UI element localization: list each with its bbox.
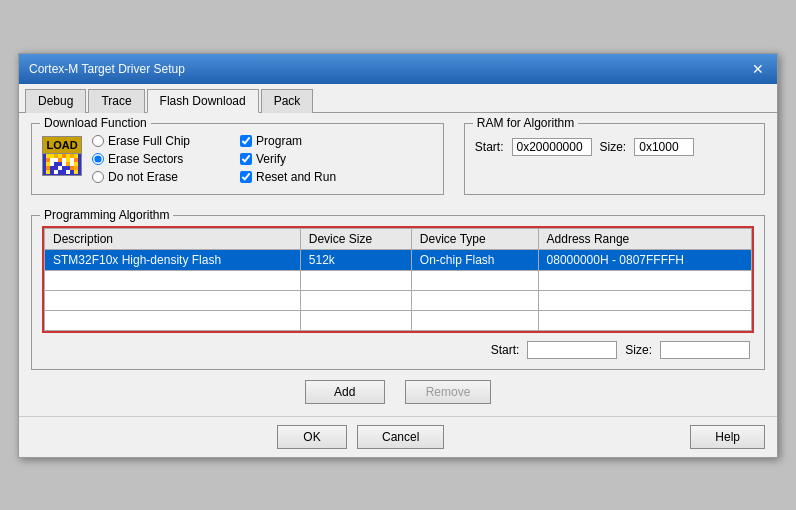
svg-rect-34 xyxy=(54,170,58,174)
ram-algorithm-title: RAM for Algorithm xyxy=(473,116,578,130)
radio-erase-full-chip-label: Erase Full Chip xyxy=(108,134,190,148)
checkbox-verify-label: Verify xyxy=(256,152,286,166)
ram-size-label: Size: xyxy=(600,140,627,154)
svg-rect-28 xyxy=(62,166,66,170)
checkbox-program[interactable]: Program xyxy=(240,134,336,148)
radio-erase-full-chip-input[interactable] xyxy=(92,135,104,147)
table-row[interactable]: STM32F10x High-density Flash 512k On-chi… xyxy=(45,249,752,270)
checkbox-verify-input[interactable] xyxy=(240,153,252,165)
radio-erase-full-chip[interactable]: Erase Full Chip xyxy=(92,134,190,148)
svg-rect-15 xyxy=(74,158,78,162)
svg-rect-29 xyxy=(66,166,70,170)
size-input[interactable] xyxy=(660,341,750,359)
cell-description: STM32F10x High-density Flash xyxy=(45,249,301,270)
dialog-title: Cortex-M Target Driver Setup xyxy=(29,62,185,76)
svg-rect-17 xyxy=(50,162,54,166)
ram-start-input[interactable] xyxy=(512,138,592,156)
checkbox-program-input[interactable] xyxy=(240,135,252,147)
table-row-empty-3 xyxy=(45,310,752,330)
cell-device-type: On-chip Flash xyxy=(411,249,538,270)
svg-rect-19 xyxy=(58,162,62,166)
svg-rect-24 xyxy=(46,166,50,170)
svg-rect-30 xyxy=(70,166,74,170)
svg-rect-10 xyxy=(54,158,58,162)
svg-rect-11 xyxy=(58,158,62,162)
load-icon-svg xyxy=(46,154,78,174)
remove-button[interactable]: Remove xyxy=(405,380,492,404)
checkbox-verify[interactable]: Verify xyxy=(240,152,336,166)
algorithm-table-wrapper: Description Device Size Device Type Addr… xyxy=(42,226,754,333)
start-input[interactable] xyxy=(527,341,617,359)
svg-rect-0 xyxy=(46,154,50,158)
svg-rect-2 xyxy=(54,154,58,158)
algorithm-table: Description Device Size Device Type Addr… xyxy=(44,228,752,331)
checkbox-reset-and-run[interactable]: Reset and Run xyxy=(240,170,336,184)
close-button[interactable]: ✕ xyxy=(749,60,767,78)
ram-algorithm-group: RAM for Algorithm Start: Size: xyxy=(464,123,765,195)
svg-rect-14 xyxy=(70,158,74,162)
tab-bar: Debug Trace Flash Download Pack xyxy=(19,84,777,113)
radio-erase-sectors-input[interactable] xyxy=(92,153,104,165)
title-bar: Cortex-M Target Driver Setup ✕ xyxy=(19,54,777,84)
cancel-button[interactable]: Cancel xyxy=(357,425,444,449)
load-icon: LOAD xyxy=(42,136,82,176)
checkbox-reset-run-input[interactable] xyxy=(240,171,252,183)
footer: OK Cancel Help xyxy=(19,416,777,457)
svg-rect-32 xyxy=(46,170,50,174)
svg-rect-16 xyxy=(46,162,50,166)
add-button[interactable]: Add xyxy=(305,380,385,404)
col-description: Description xyxy=(45,228,301,249)
ram-size-input[interactable] xyxy=(634,138,694,156)
svg-rect-3 xyxy=(58,154,62,158)
ok-button[interactable]: OK xyxy=(277,425,347,449)
download-function-group: Download Function LOAD xyxy=(31,123,444,195)
radio-do-not-erase[interactable]: Do not Erase xyxy=(92,170,190,184)
help-button[interactable]: Help xyxy=(690,425,765,449)
radio-group: Erase Full Chip Erase Sectors Do not Era… xyxy=(92,134,190,184)
tab-debug[interactable]: Debug xyxy=(25,89,86,113)
ram-inner: Start: Size: xyxy=(475,134,754,156)
svg-rect-27 xyxy=(58,166,62,170)
load-label: LOAD xyxy=(42,136,82,154)
svg-rect-20 xyxy=(62,162,66,166)
svg-rect-37 xyxy=(66,170,70,174)
tab-pack[interactable]: Pack xyxy=(261,89,314,113)
tab-flash-download[interactable]: Flash Download xyxy=(147,89,259,113)
load-icon-bottom xyxy=(42,154,82,176)
checkbox-reset-run-label: Reset and Run xyxy=(256,170,336,184)
svg-rect-8 xyxy=(46,158,50,162)
table-row-empty-2 xyxy=(45,290,752,310)
table-row-empty-1 xyxy=(45,270,752,290)
svg-rect-39 xyxy=(74,170,78,174)
download-function-inner: LOAD xyxy=(42,134,433,184)
svg-rect-21 xyxy=(66,162,70,166)
svg-rect-13 xyxy=(66,158,70,162)
start-label: Start: xyxy=(491,343,520,357)
col-device-size: Device Size xyxy=(300,228,411,249)
svg-rect-33 xyxy=(50,170,54,174)
svg-rect-26 xyxy=(54,166,58,170)
main-dialog: Cortex-M Target Driver Setup ✕ Debug Tra… xyxy=(18,53,778,458)
checkbox-program-label: Program xyxy=(256,134,302,148)
radio-erase-sectors-label: Erase Sectors xyxy=(108,152,183,166)
radio-erase-sectors[interactable]: Erase Sectors xyxy=(92,152,190,166)
svg-rect-38 xyxy=(70,170,74,174)
cell-address-range: 08000000H - 0807FFFFH xyxy=(538,249,751,270)
svg-rect-31 xyxy=(74,166,78,170)
top-row: Download Function LOAD xyxy=(31,123,765,205)
svg-rect-23 xyxy=(74,162,78,166)
tab-trace[interactable]: Trace xyxy=(88,89,144,113)
svg-rect-6 xyxy=(70,154,74,158)
radio-do-not-erase-input[interactable] xyxy=(92,171,104,183)
svg-rect-1 xyxy=(50,154,54,158)
bottom-fields: Start: Size: xyxy=(42,341,754,359)
svg-rect-36 xyxy=(62,170,66,174)
svg-rect-25 xyxy=(50,166,54,170)
svg-rect-12 xyxy=(62,158,66,162)
svg-rect-5 xyxy=(66,154,70,158)
programming-algorithm-group: Programming Algorithm Description Device… xyxy=(31,215,765,370)
footer-center: OK Cancel xyxy=(277,425,444,449)
svg-rect-9 xyxy=(50,158,54,162)
size-label: Size: xyxy=(625,343,652,357)
col-device-type: Device Type xyxy=(411,228,538,249)
